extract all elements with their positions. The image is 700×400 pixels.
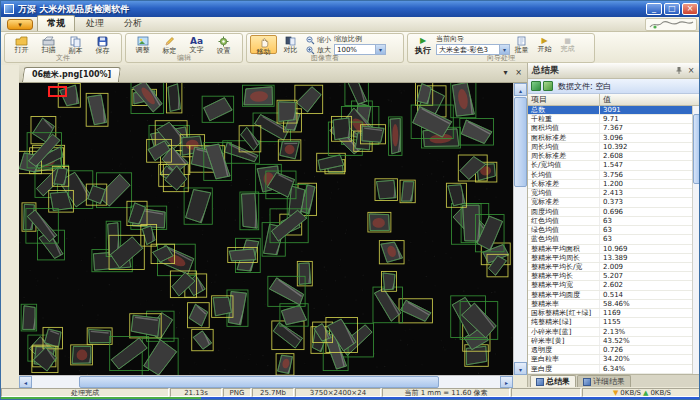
table-row[interactable]: 面积标准差3.096 [528, 134, 700, 143]
table-row[interactable]: 红色均值63 [528, 217, 700, 226]
chevron-down-icon[interactable]: ▾ [375, 45, 385, 54]
canvas-horizontal-scrollbar[interactable]: ◂ ▸ [19, 375, 513, 388]
h-scroll-thumb[interactable] [79, 376, 439, 388]
scroll-down-icon[interactable]: ▾ [514, 362, 527, 375]
row-item: 面积标准差 [528, 134, 600, 142]
table-row[interactable]: 整精米平均周长13.389 [528, 254, 700, 263]
pin-icon[interactable] [673, 65, 685, 76]
scroll-right-icon[interactable]: ▸ [500, 376, 513, 388]
open-button[interactable]: 打开 [8, 35, 35, 54]
table-row[interactable]: 国标整精米[红+绿]1169 [528, 309, 700, 318]
open-data-icon[interactable] [543, 81, 553, 91]
chevron-down-icon[interactable]: ▾ [499, 45, 509, 54]
tab-analysis[interactable]: 分析 [115, 16, 151, 31]
canvas-vertical-scrollbar[interactable]: ▴ ▾ [513, 83, 527, 375]
settings-button[interactable]: 设置 [210, 35, 237, 54]
doc-menu-chevron-icon[interactable]: ▾ [499, 67, 512, 79]
table-row[interactable]: 垩白度6.34% [528, 365, 700, 374]
table-row[interactable]: 碎米率[黄]43.52% [528, 337, 700, 346]
table-row[interactable]: 周长均值10.392 [528, 143, 700, 152]
table-row[interactable]: 面积均值7.367 [528, 124, 700, 133]
open-folder-icon [15, 36, 28, 46]
toolbar: 打开 扫描 副本 保存 文件 调整 标定 [1, 32, 700, 65]
datafile-label: 数据文件: 空白 [558, 81, 611, 92]
results-scrollbar[interactable] [692, 106, 700, 374]
table-row[interactable]: 整精米平均面积10.969 [528, 245, 700, 254]
image-canvas[interactable] [19, 83, 513, 375]
table-row[interactable]: 长标准差1.200 [528, 180, 700, 189]
v-scroll-thumb[interactable] [514, 97, 527, 187]
panel-close-icon[interactable]: × [685, 65, 697, 76]
row-item: 碎米率[黄] [528, 337, 600, 345]
row-item: 长标准差 [528, 180, 600, 188]
minimize-button[interactable]: _ [646, 3, 662, 15]
start-button[interactable]: ▶ 开始 [533, 35, 556, 54]
app-menu-button[interactable]: ▾ [7, 19, 33, 30]
row-value: 58.46% [600, 300, 700, 308]
zoom-out-icon [306, 36, 315, 45]
table-row[interactable]: 宽均值2.413 [528, 189, 700, 198]
batch-button[interactable]: 批量 [510, 35, 533, 54]
scroll-left-icon[interactable]: ◂ [19, 376, 32, 388]
document-tab[interactable]: 06糙米.png[100%] [22, 67, 121, 82]
move-button[interactable]: 移动 [250, 35, 277, 54]
text-button[interactable]: Aa 文字 [183, 35, 210, 54]
tab-summary-results[interactable]: 总结果 [530, 375, 576, 387]
window-title: 万深 大米外观品质检测软件 [18, 3, 644, 16]
table-row[interactable]: 纯整精米[绿]1155 [528, 318, 700, 327]
contrast-button[interactable]: 对比 [277, 35, 304, 54]
copy-button[interactable]: 副本 [62, 35, 89, 54]
tab-general[interactable]: 常规 [37, 15, 75, 31]
table-row[interactable]: 整精米平均圆度0.514 [528, 291, 700, 300]
table-row[interactable]: 透明度0.726 [528, 346, 700, 355]
table-row[interactable]: 整精米平均长5.207 [528, 272, 700, 281]
table-row[interactable]: 千粒重9.71 [528, 115, 700, 124]
table-row[interactable]: 整精米率58.46% [528, 300, 700, 309]
table-row[interactable]: 蓝色均值63 [528, 235, 700, 244]
adjust-image-icon [137, 36, 149, 46]
table-row[interactable]: 圆度均值0.696 [528, 208, 700, 217]
row-value: 63 [600, 226, 700, 234]
column-header-value[interactable]: 值 [600, 94, 700, 105]
execute-button[interactable]: ▶ 执行 [411, 35, 435, 54]
close-button[interactable]: × [682, 3, 698, 15]
row-value: 0.726 [600, 346, 700, 354]
row-value: 34.20% [600, 355, 700, 363]
doc-close-icon[interactable]: × [512, 67, 525, 79]
row-item: 宽均值 [528, 189, 600, 197]
row-item: 宽标准差 [528, 198, 600, 206]
row-value: 1155 [600, 318, 700, 326]
column-header-item[interactable]: 项目 [528, 94, 600, 105]
row-value: 2.009 [600, 263, 700, 271]
export-excel-icon[interactable] [531, 81, 541, 91]
row-value: 10.969 [600, 245, 700, 253]
results-scroll-thumb[interactable] [693, 114, 700, 184]
adjust-button[interactable]: 调整 [129, 35, 156, 54]
table-row[interactable]: 长均值3.756 [528, 171, 700, 180]
zoom-out-button[interactable]: 缩小 [306, 35, 331, 45]
row-value: 6.34% [600, 365, 700, 373]
table-row[interactable]: 宽标准差0.373 [528, 198, 700, 207]
table-row[interactable]: 整精米平均长/宽2.009 [528, 263, 700, 272]
tab-detailed-results[interactable]: 详细结果 [577, 375, 631, 387]
scan-button[interactable]: 扫描 [35, 35, 62, 54]
table-row[interactable]: 小碎米率[蓝]2.13% [528, 328, 700, 337]
finish-button[interactable]: ■ 完成 [556, 35, 579, 54]
save-button[interactable]: 保存 [89, 35, 116, 54]
row-item: 整精米平均长 [528, 272, 600, 280]
table-row[interactable]: 周长标准差2.608 [528, 152, 700, 161]
row-item: 透明度 [528, 346, 600, 354]
table-row[interactable]: 垩白粒率34.20% [528, 355, 700, 364]
calibrate-button[interactable]: 标定 [156, 35, 183, 54]
current-wizard-label: 当前向导 [436, 35, 510, 44]
maximize-button[interactable]: □ [664, 3, 680, 15]
table-row[interactable]: 总数3091 [528, 106, 700, 115]
tab-process[interactable]: 处理 [77, 16, 113, 31]
scroll-up-icon[interactable]: ▴ [514, 83, 527, 96]
row-value: 2.13% [600, 328, 700, 336]
status-time: 21.13s [170, 388, 222, 397]
table-row[interactable]: 长/宽均值1.547 [528, 161, 700, 170]
table-row[interactable]: 绿色均值63 [528, 226, 700, 235]
table-row[interactable]: 整精米平均宽2.602 [528, 281, 700, 290]
results-tabs: 总结果 详细结果 [528, 374, 700, 387]
